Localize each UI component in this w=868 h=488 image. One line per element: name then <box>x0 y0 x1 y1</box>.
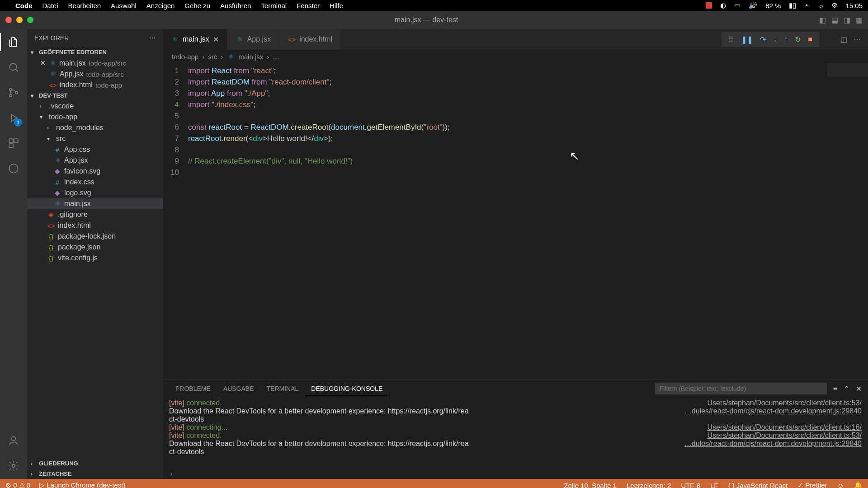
folder-vscode[interactable]: ›.vscode <box>27 101 163 112</box>
status-prettier[interactable]: ✓ Prettier <box>797 481 827 488</box>
folder-node-modules[interactable]: ›node_modules <box>27 122 163 133</box>
clock[interactable]: 15:05 <box>845 2 863 9</box>
close-icon[interactable]: ✕ <box>40 59 46 67</box>
code-content[interactable]: import React from "react"; import ReactD… <box>188 65 868 380</box>
file-item[interactable]: {}vite.config.js <box>27 253 163 263</box>
debug-console-output[interactable]: [vite] connected.Users/stephan/Documents… <box>163 397 868 469</box>
more-actions-icon[interactable]: ⋯ <box>854 35 861 44</box>
open-editor-item[interactable]: <>index.htmltodo-app <box>27 80 163 90</box>
menu-auswahl[interactable]: Auswahl <box>111 2 137 9</box>
menu-datei[interactable]: Datei <box>42 2 58 9</box>
menu-bearbeiten[interactable]: Bearbeiten <box>68 2 101 9</box>
status-errors[interactable]: ⊗ 0 ⚠ 0 <box>5 481 30 488</box>
file-item[interactable]: ◈.gitignore <box>27 209 163 220</box>
timeline-section[interactable]: ›ZEITACHSE <box>27 469 163 479</box>
minimap[interactable] <box>827 63 868 77</box>
display-icon[interactable]: ▭ <box>734 1 741 9</box>
status-eol[interactable]: LF <box>710 482 718 488</box>
folder-src[interactable]: ▾src <box>27 133 163 144</box>
open-editors-section[interactable]: ▾GEÖFFNETE EDITOREN <box>27 47 163 57</box>
minimize-window-button[interactable] <box>16 17 23 23</box>
step-into-icon[interactable]: ↓ <box>773 35 777 43</box>
run-debug-icon[interactable]: 1 <box>7 111 20 125</box>
wifi-icon[interactable]: ᯤ <box>804 2 811 9</box>
menu-terminal[interactable]: Terminal <box>261 2 287 9</box>
tab-index-html[interactable]: <>index.html <box>279 29 341 50</box>
file-item[interactable]: #index.css <box>27 177 163 188</box>
maximize-panel-icon[interactable]: ⌃ <box>844 385 849 393</box>
close-tab-icon[interactable]: ✕ <box>213 35 219 44</box>
file-item[interactable]: ⚛App.jsx <box>27 155 163 166</box>
activity-bar: 1 <box>0 29 27 479</box>
console-filter-input[interactable] <box>655 383 827 394</box>
status-language[interactable]: { } JavaScript React <box>728 482 788 488</box>
panel-tab-debug-console[interactable]: DEBUGGING-KONSOLE <box>305 381 389 396</box>
spotlight-icon[interactable]: ⌕ <box>819 2 823 9</box>
html-file-icon: <> <box>288 36 296 43</box>
status-feedback-icon[interactable]: ☺ <box>837 482 844 488</box>
status-launch[interactable]: ▷ Launch Chrome (dev-test) <box>39 481 125 488</box>
menu-anzeigen[interactable]: Anzeigen <box>146 2 175 9</box>
open-editor-item[interactable]: ✕⚛main.jsxtodo-app/src <box>27 57 163 69</box>
file-item[interactable]: {}package.json <box>27 242 163 253</box>
pause-icon[interactable]: ❚❚ <box>741 35 753 44</box>
outline-section[interactable]: ›GLIEDERUNG <box>27 458 163 469</box>
app-name[interactable]: Code <box>15 2 33 9</box>
menu-hilfe[interactable]: Hilfe <box>330 2 343 9</box>
status-encoding[interactable]: UTF-8 <box>681 482 700 488</box>
repl-input-caret[interactable]: › <box>163 469 868 479</box>
split-editor-icon[interactable]: ◫ <box>840 35 847 44</box>
toggle-secondary-sidebar-icon[interactable]: ◨ <box>844 16 850 24</box>
close-panel-icon[interactable]: ✕ <box>856 385 862 393</box>
close-window-button[interactable] <box>5 17 12 23</box>
file-item[interactable]: ◆logo.svg <box>27 188 163 198</box>
file-item[interactable]: <>index.html <box>27 220 163 231</box>
source-control-icon[interactable] <box>7 86 20 99</box>
remote-icon[interactable] <box>7 162 20 175</box>
control-center-icon[interactable]: ⚙ <box>831 1 837 9</box>
window-title: main.jsx — dev-test <box>33 16 819 24</box>
menu-ausfuehren[interactable]: Ausführen <box>220 2 251 9</box>
restart-icon[interactable]: ↻ <box>795 35 801 44</box>
extensions-icon[interactable] <box>7 136 20 150</box>
menu-gehezu[interactable]: Gehe zu <box>184 2 210 9</box>
tab-main-jsx[interactable]: ⚛main.jsx✕ <box>163 29 227 50</box>
menu-fenster[interactable]: Fenster <box>297 2 320 9</box>
project-section[interactable]: ▾DEV-TEST <box>27 90 163 101</box>
stop-icon[interactable]: ■ <box>808 35 812 43</box>
maximize-window-button[interactable] <box>27 17 33 23</box>
open-editor-item[interactable]: ⚛App.jsxtodo-app/src <box>27 69 163 80</box>
breadcrumbs[interactable]: todo-app › src › ⚛main.jsx › … <box>163 50 868 63</box>
file-item[interactable]: #App.css <box>27 144 163 155</box>
tab-app-jsx[interactable]: ⚛App.jsx <box>227 29 279 50</box>
file-item[interactable]: ⚛main.jsx <box>27 198 163 209</box>
filter-settings-icon[interactable]: ≡ <box>833 385 837 393</box>
panel-tab-ausgabe[interactable]: AUSGABE <box>217 381 260 396</box>
status-line-col[interactable]: Zeile 10, Spalte 1 <box>564 482 617 488</box>
panel-tab-terminal[interactable]: TERMINAL <box>260 381 305 396</box>
svg-point-7 <box>9 164 18 173</box>
customize-layout-icon[interactable]: ▦ <box>856 16 863 24</box>
accounts-icon[interactable] <box>7 434 20 447</box>
file-item[interactable]: {}package-lock.json <box>27 231 163 242</box>
step-out-icon[interactable]: ↑ <box>784 35 788 43</box>
toggle-panel-icon[interactable]: ⬓ <box>831 16 838 24</box>
folder-todo-app[interactable]: ▾todo-app <box>27 112 163 122</box>
explorer-more-icon[interactable]: ⋯ <box>149 34 156 42</box>
status-spaces[interactable]: Leerzeichen: 2 <box>627 482 671 488</box>
toggle-primary-sidebar-icon[interactable]: ◧ <box>819 16 826 24</box>
panel-tab-probleme[interactable]: PROBLEME <box>169 381 217 396</box>
battery-icon[interactable]: ▮▯ <box>789 1 796 9</box>
code-editor[interactable]: 12345678910 import React from "react"; i… <box>163 63 868 380</box>
settings-icon[interactable] <box>7 459 20 473</box>
screen-record-icon[interactable] <box>706 2 712 9</box>
sound-icon[interactable]: 🔊 <box>749 1 757 9</box>
battery-label: 82 % <box>765 2 781 9</box>
file-item[interactable]: ◆favicon.svg <box>27 166 163 177</box>
menubar-extra-icon[interactable]: ◐ <box>720 1 726 9</box>
status-bell-icon[interactable]: 🔔 <box>854 481 863 488</box>
search-icon[interactable] <box>7 61 20 74</box>
drag-handle-icon[interactable]: ⠿ <box>728 35 734 44</box>
step-over-icon[interactable]: ↷ <box>760 35 766 44</box>
explorer-icon[interactable] <box>7 35 20 49</box>
